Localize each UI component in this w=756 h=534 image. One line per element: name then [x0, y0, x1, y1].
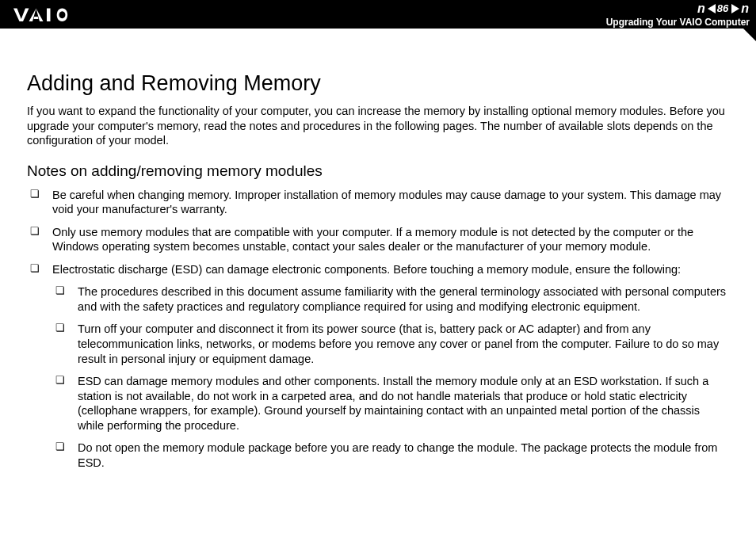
page-number: 86 — [717, 2, 728, 14]
list-item: Electrostatic discharge (ESD) can damage… — [27, 262, 729, 471]
section-label: Upgrading Your VAIO Computer — [606, 17, 750, 28]
n-label-right: n — [741, 2, 750, 16]
prev-page-arrow-icon[interactable] — [708, 4, 716, 13]
list-item: ESD can damage memory modules and other … — [52, 374, 729, 433]
list-item: Be careful when changing memory. Imprope… — [27, 188, 729, 217]
next-page-arrow-icon[interactable] — [731, 4, 739, 13]
list-item: The procedures described in this documen… — [52, 284, 729, 314]
list-item: Do not open the memory module package be… — [52, 441, 729, 470]
notes-sublist: The procedures described in this documen… — [52, 284, 729, 470]
notes-list: Be careful when changing memory. Imprope… — [27, 188, 729, 471]
vaio-logo — [10, 0, 89, 29]
intro-paragraph: If you want to expand the functionality … — [27, 104, 729, 148]
section-subtitle: Notes on adding/removing memory modules — [27, 162, 729, 180]
document-header: n 86 n Upgrading Your VAIO Computer — [0, 0, 756, 29]
list-item-text: Electrostatic discharge (ESD) can damage… — [52, 263, 681, 276]
page-nav: n 86 n — [697, 2, 750, 16]
page-fold-icon — [743, 29, 756, 41]
n-label-left: n — [697, 2, 706, 16]
svg-rect-0 — [47, 9, 51, 22]
header-right: n 86 n Upgrading Your VAIO Computer — [606, 2, 750, 28]
page-content: Adding and Removing Memory If you want t… — [0, 29, 756, 494]
list-item: Turn off your computer and disconnect it… — [52, 322, 729, 366]
page-title: Adding and Removing Memory — [27, 71, 729, 96]
list-item: Only use memory modules that are compati… — [27, 225, 729, 254]
